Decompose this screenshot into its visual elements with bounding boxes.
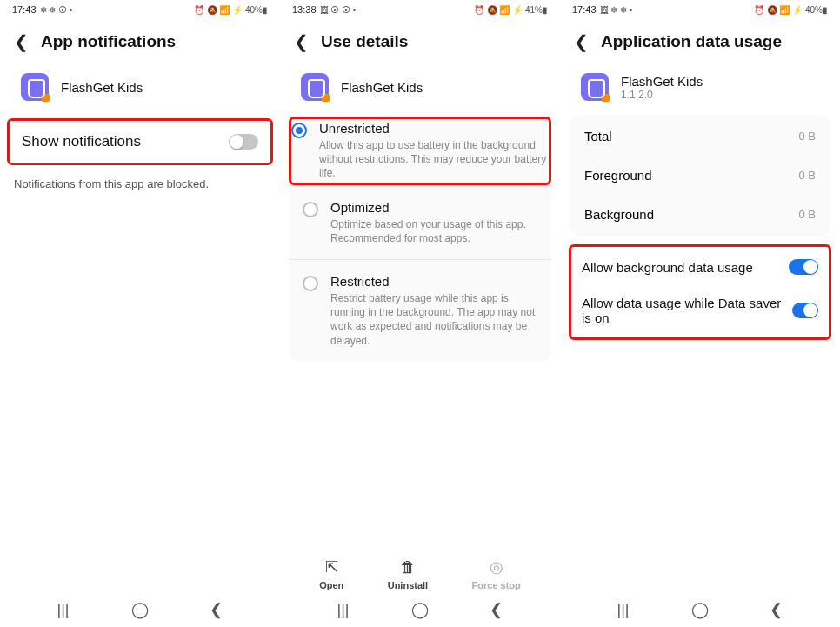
- option-title: Optimized: [330, 200, 537, 215]
- header: ❮ Use details: [280, 19, 560, 64]
- nav-back[interactable]: ❮: [770, 600, 783, 619]
- show-notifications-label: Show notifications: [22, 133, 141, 150]
- option-desc: Allow this app to use battery in the bac…: [319, 138, 549, 181]
- nav-home[interactable]: ◯: [411, 600, 429, 619]
- open-icon: ⇱: [325, 557, 338, 577]
- allow-background-data-toggle[interactable]: [789, 259, 818, 275]
- open-button[interactable]: ⇱ Open: [319, 557, 343, 590]
- nav-home[interactable]: ◯: [131, 600, 149, 619]
- app-version: 1.1.2.0: [621, 89, 703, 101]
- row-value: 0 B: [798, 169, 816, 182]
- option-title: Unrestricted: [319, 121, 549, 136]
- back-icon[interactable]: ❮: [294, 31, 309, 52]
- app-name: FlashGet Kids: [341, 80, 423, 95]
- foreground-row: Foreground 0 B: [569, 156, 831, 195]
- allow-background-data-row[interactable]: Allow background data usage: [571, 249, 829, 285]
- page-title: Use details: [321, 32, 408, 51]
- allow-data-saver-row[interactable]: Allow data usage while Data saver is on: [571, 285, 829, 336]
- row-label: Background: [584, 207, 654, 222]
- screen-use-details: 13:38 🖼 ⦿ ⦿ • ⏰ 🔕 📶 ⚡ 41%▮ ❮ Use details…: [280, 0, 560, 627]
- uninstall-label: Uninstall: [388, 580, 428, 590]
- blocked-helper-text: Notifications from this app are blocked.: [0, 169, 280, 199]
- status-time: 17:43: [12, 4, 37, 15]
- force-stop-label: Force stop: [472, 580, 521, 590]
- app-name: FlashGet Kids: [61, 80, 143, 95]
- nav-bar: ||| ◯ ❮: [0, 596, 280, 627]
- show-notifications-row[interactable]: Show notifications: [7, 118, 273, 165]
- screen-data-usage: 17:43 🖼 ❄ ❄ • ⏰ 🔕 📶 ⚡ 40%▮ ❮ Application…: [560, 0, 840, 627]
- app-icon: [581, 73, 609, 101]
- allow-data-saver-toggle[interactable]: [792, 303, 818, 318]
- bottom-actions: ⇱ Open 🗑 Uninstall ◎ Force stop: [280, 549, 560, 596]
- status-time: 13:38: [292, 4, 317, 15]
- app-row[interactable]: FlashGet Kids: [280, 64, 560, 113]
- nav-bar: ||| ◯ ❮: [560, 596, 840, 627]
- app-row[interactable]: FlashGet Kids 1.1.2.0: [560, 64, 840, 113]
- nav-recent[interactable]: |||: [57, 601, 69, 619]
- row-value: 0 B: [798, 208, 816, 221]
- stop-icon: ◎: [490, 557, 503, 577]
- nav-back[interactable]: ❮: [210, 600, 223, 619]
- nav-bar: ||| ◯ ❮: [280, 596, 560, 627]
- back-icon[interactable]: ❮: [14, 31, 29, 52]
- status-bar: 17:43 🖼 ❄ ❄ • ⏰ 🔕 📶 ⚡ 40%▮: [560, 0, 840, 19]
- option-title: Restricted: [330, 274, 537, 289]
- radio-icon[interactable]: [291, 123, 307, 138]
- trash-icon: 🗑: [400, 558, 416, 577]
- app-icon: [301, 73, 329, 101]
- status-right-icons: ⏰ 🔕 📶 ⚡ 40%▮: [754, 5, 828, 15]
- status-left-icons: ❄ ❄ ⦿ •: [40, 5, 73, 15]
- back-icon[interactable]: ❮: [574, 31, 589, 52]
- page-title: Application data usage: [601, 32, 782, 51]
- open-label: Open: [319, 580, 343, 590]
- option-optimized[interactable]: Optimized Optimize based on your usage o…: [289, 185, 551, 259]
- show-notifications-toggle[interactable]: [229, 134, 258, 150]
- background-row: Background 0 B: [569, 195, 831, 234]
- app-row[interactable]: FlashGet Kids: [0, 64, 280, 113]
- status-left-icons: 🖼 ❄ ❄ •: [600, 5, 633, 15]
- nav-recent[interactable]: |||: [337, 601, 349, 619]
- data-usage-card: Total 0 B Foreground 0 B Background 0 B: [569, 115, 831, 236]
- screen-app-notifications: 17:43 ❄ ❄ ⦿ • ⏰ 🔕 📶 ⚡ 40%▮ ❮ App notific…: [0, 0, 280, 627]
- status-bar: 17:43 ❄ ❄ ⦿ • ⏰ 🔕 📶 ⚡ 40%▮: [0, 0, 280, 19]
- option-desc: Optimize based on your usage of this app…: [330, 217, 537, 245]
- app-name: FlashGet Kids: [621, 74, 703, 89]
- total-row: Total 0 B: [569, 117, 831, 156]
- data-toggles-card: Allow background data usage Allow data u…: [569, 244, 831, 340]
- status-right-icons: ⏰ 🔕 📶 ⚡ 40%▮: [194, 5, 268, 15]
- uninstall-button[interactable]: 🗑 Uninstall: [388, 558, 428, 590]
- radio-icon[interactable]: [303, 276, 318, 291]
- app-icon: [21, 73, 49, 101]
- radio-icon[interactable]: [303, 202, 318, 217]
- nav-back[interactable]: ❮: [490, 600, 503, 619]
- battery-options-card: Unrestricted Allow this app to use batte…: [289, 117, 551, 362]
- nav-home[interactable]: ◯: [691, 600, 709, 619]
- toggle-label: Allow background data usage: [582, 260, 762, 275]
- row-value: 0 B: [798, 130, 816, 143]
- status-left-icons: 🖼 ⦿ ⦿ •: [320, 5, 357, 15]
- option-desc: Restrict battery usage while this app is…: [330, 291, 537, 348]
- row-label: Total: [584, 129, 612, 143]
- status-right-icons: ⏰ 🔕 📶 ⚡ 41%▮: [474, 5, 548, 15]
- header: ❮ Application data usage: [560, 19, 840, 64]
- header: ❮ App notifications: [0, 19, 280, 64]
- page-title: App notifications: [41, 32, 176, 51]
- toggle-label: Allow data usage while Data saver is on: [582, 296, 792, 325]
- force-stop-button: ◎ Force stop: [472, 557, 521, 590]
- row-label: Foreground: [584, 168, 652, 183]
- status-bar: 13:38 🖼 ⦿ ⦿ • ⏰ 🔕 📶 ⚡ 41%▮: [280, 0, 560, 19]
- option-restricted[interactable]: Restricted Restrict battery usage while …: [289, 259, 551, 362]
- status-time: 17:43: [572, 4, 597, 15]
- nav-recent[interactable]: |||: [617, 601, 629, 619]
- option-unrestricted[interactable]: Unrestricted Allow this app to use batte…: [289, 117, 551, 185]
